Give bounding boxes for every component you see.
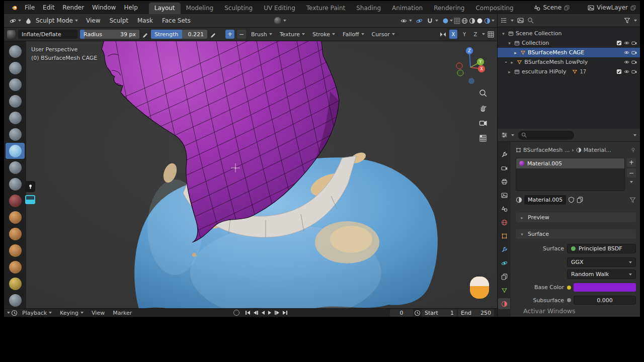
base-color-swatch[interactable] bbox=[574, 283, 636, 292]
tab-constraints[interactable] bbox=[498, 271, 510, 282]
unlink-scene-icon[interactable] bbox=[572, 5, 578, 11]
timeline-clock-icon[interactable] bbox=[11, 310, 18, 316]
material-slot-row[interactable]: Material.005 bbox=[516, 158, 624, 168]
brush-blob-button[interactable] bbox=[6, 126, 25, 142]
brush-dropdown[interactable]: Brush bbox=[249, 31, 275, 38]
preview-range-icon[interactable] bbox=[414, 310, 421, 316]
falloff-dropdown[interactable]: Falloff bbox=[340, 31, 366, 38]
outliner-filter-caret[interactable] bbox=[634, 20, 637, 22]
properties-search-input[interactable] bbox=[518, 131, 574, 140]
mirror-z-button[interactable]: Z bbox=[471, 30, 479, 39]
tab-sculpting[interactable]: Sculpting bbox=[219, 3, 258, 14]
render-camera-icon[interactable] bbox=[631, 40, 637, 46]
menu-face-sets[interactable]: Face Sets bbox=[158, 14, 195, 27]
prev-keyframe-button[interactable] bbox=[254, 311, 258, 315]
mirror-y-button[interactable]: Y bbox=[460, 30, 468, 39]
proportional-edit-icon[interactable] bbox=[442, 18, 449, 24]
sculpt-options-icon[interactable] bbox=[488, 31, 494, 38]
editor-type-button[interactable] bbox=[7, 17, 24, 25]
tab-layout[interactable]: Layout bbox=[149, 3, 181, 14]
tab-material[interactable] bbox=[498, 298, 510, 309]
surface-section-header[interactable]: ▾ Surface bbox=[516, 229, 636, 239]
tab-physics[interactable] bbox=[498, 257, 510, 268]
remove-slot-button[interactable]: − bbox=[627, 168, 636, 177]
shading-ball-button[interactable] bbox=[271, 16, 289, 25]
tab-modeling[interactable]: Modeling bbox=[181, 3, 219, 14]
disclosure-icon[interactable]: ▸ bbox=[507, 69, 512, 74]
material-filter-icon[interactable] bbox=[629, 197, 636, 203]
snap-button[interactable] bbox=[424, 17, 441, 25]
menu-mask[interactable]: Mask bbox=[133, 14, 157, 27]
shading-solid-icon[interactable] bbox=[476, 18, 483, 24]
outliner-row-bsurfacemesh-lowpoly[interactable]: • ▸ BSurfaceMesh LowPoly bbox=[498, 57, 640, 67]
brush-inflate-button[interactable] bbox=[6, 143, 25, 159]
gizmo-neg-x[interactable] bbox=[456, 63, 462, 69]
play-button[interactable] bbox=[268, 311, 271, 315]
jump-to-start-button[interactable] bbox=[246, 311, 250, 315]
menu-keying[interactable]: Keying bbox=[56, 310, 87, 316]
brush-smooth-button[interactable] bbox=[6, 176, 25, 192]
outliner-display-mode-icon[interactable] bbox=[517, 17, 524, 24]
render-camera-icon[interactable] bbox=[631, 59, 637, 65]
strength-pressure-icon[interactable] bbox=[210, 31, 216, 38]
exclude-checkbox[interactable] bbox=[616, 40, 622, 46]
brush-draw-button[interactable] bbox=[6, 43, 25, 59]
brush-clay-button[interactable] bbox=[6, 76, 25, 93]
surface-shader-button[interactable]: Principled BSDF bbox=[567, 244, 636, 253]
frame-start-field[interactable]: Start1 bbox=[422, 309, 457, 317]
proportional-caret[interactable] bbox=[450, 20, 453, 22]
pin-icon[interactable] bbox=[630, 147, 636, 153]
outliner-row-scene-collection[interactable]: ▾ Scene Collection bbox=[498, 29, 640, 38]
tab-texture-paint[interactable]: Texture Paint bbox=[301, 3, 351, 14]
subsurface-method-dropdown[interactable]: Random Walk bbox=[567, 269, 636, 279]
xray-icon[interactable] bbox=[454, 18, 460, 24]
strength-slider[interactable]: Strength0.221 bbox=[151, 30, 207, 39]
viewlayer-selector[interactable]: ViewLayer bbox=[597, 4, 628, 11]
properties-editor-caret[interactable] bbox=[511, 134, 514, 136]
texture-dropdown[interactable]: Texture bbox=[277, 31, 307, 38]
hide-eye-icon[interactable] bbox=[624, 59, 629, 65]
tab-uv-editing[interactable]: UV Editing bbox=[258, 3, 301, 14]
tab-object-data[interactable] bbox=[498, 285, 510, 296]
active-brush-name[interactable]: Inflate/Deflate bbox=[18, 30, 77, 39]
outliner-row-collection[interactable]: ▾ Collection bbox=[498, 38, 640, 48]
cursor-dropdown[interactable]: Cursor bbox=[369, 31, 397, 38]
render-camera-icon[interactable] bbox=[631, 50, 637, 55]
timeline-editor-caret[interactable] bbox=[7, 312, 10, 314]
tab-shading[interactable]: Shading bbox=[351, 3, 386, 14]
tab-view-layer[interactable] bbox=[498, 190, 510, 201]
menu-sculpt[interactable]: Sculpt bbox=[105, 14, 132, 27]
outliner-row-escultura-hipoly[interactable]: ▸ escultura HiPoly 17 bbox=[498, 67, 640, 76]
disclosure-icon[interactable]: ▸ bbox=[509, 60, 515, 65]
gizmo-neg-y[interactable] bbox=[457, 70, 463, 76]
tab-render[interactable] bbox=[498, 162, 510, 173]
add-slot-button[interactable]: + bbox=[627, 158, 636, 167]
brush-snake-hook-button[interactable] bbox=[6, 276, 25, 292]
unlink-material-icon[interactable] bbox=[585, 197, 592, 203]
brush-layer-button[interactable] bbox=[6, 110, 25, 126]
tab-tool[interactable] bbox=[498, 149, 510, 160]
tab-rendering[interactable]: Rendering bbox=[428, 3, 470, 14]
properties-options-caret[interactable] bbox=[633, 134, 636, 136]
browse-material-icon[interactable] bbox=[516, 197, 522, 203]
disclosure-icon[interactable]: ▾ bbox=[507, 41, 512, 46]
subsurface-value-field[interactable]: 0.000 bbox=[574, 296, 636, 305]
disclosure-icon[interactable]: ▾ bbox=[501, 31, 506, 36]
viewport-canvas[interactable]: Z Y X bbox=[4, 41, 497, 308]
brush-grab-button[interactable] bbox=[6, 242, 25, 258]
gizmo-neg-z[interactable] bbox=[468, 78, 474, 84]
disclosure-icon[interactable]: ▸ bbox=[513, 50, 518, 55]
shading-options-caret[interactable] bbox=[492, 20, 495, 22]
menu-timeline-view[interactable]: View bbox=[88, 310, 108, 316]
brush-elastic-button[interactable] bbox=[6, 259, 25, 275]
direction-subtract-button[interactable]: − bbox=[237, 30, 246, 39]
radius-pressure-icon[interactable] bbox=[142, 31, 148, 38]
menu-marker[interactable]: Marker bbox=[109, 310, 135, 316]
menu-help[interactable]: Help bbox=[120, 1, 141, 14]
outliner-row-bsurfacemesh-cage[interactable]: ▸ BSurfaceMesh CAGE bbox=[498, 48, 640, 57]
outliner-search-icon[interactable] bbox=[527, 17, 534, 24]
menu-file[interactable]: File bbox=[21, 1, 39, 14]
properties-editor-icon[interactable] bbox=[501, 132, 508, 138]
outliner-filter-icon[interactable] bbox=[624, 17, 630, 24]
brush-flatten-button[interactable] bbox=[6, 193, 25, 209]
